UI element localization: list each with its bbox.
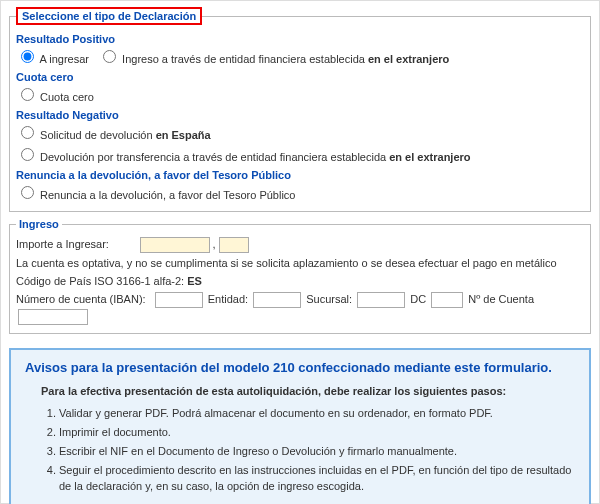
iban-label: Número de cuenta (IBAN): [16, 293, 146, 305]
radio-devolucion-extranjero-label-bold: en el extranjero [389, 151, 470, 163]
hint-row: La cuenta es optativa, y no se cumplimen… [16, 255, 584, 271]
dc-label: DC [410, 293, 426, 305]
radio-ingreso-extranjero-label-bold: en el extranjero [368, 53, 449, 65]
radio-devolucion-espana-label-bold: en España [156, 129, 211, 141]
notice-title: Avisos para la presentación del modelo 2… [25, 360, 575, 375]
notice-subtitle: Para la efectiva presentación de esta au… [41, 385, 575, 397]
notice-step-3: Escribir el NIF en el Documento de Ingre… [59, 443, 575, 459]
sucursal-label: Sucursal: [306, 293, 352, 305]
renuncia-heading: Renuncia a la devolución, a favor del Te… [16, 169, 584, 181]
codigo-pais-row: Código de País ISO 3166-1 alfa-2: ES [16, 273, 584, 289]
importe-dec-input[interactable] [219, 237, 249, 253]
cuota-cero-heading: Cuota cero [16, 71, 584, 83]
iban-row: Número de cuenta (IBAN): Entidad: Sucurs… [16, 291, 584, 325]
entidad-label: Entidad: [208, 293, 248, 305]
dc-input[interactable] [431, 292, 463, 308]
radio-ingreso-extranjero-label-pre: Ingreso a través de entidad financiera e… [122, 53, 368, 65]
form-frame: Seleccione el tipo de Declaración Result… [0, 0, 600, 504]
radio-renuncia[interactable] [21, 186, 34, 199]
radio-cuota-cero-label: Cuota cero [40, 91, 94, 103]
opt-a-ingresar[interactable]: A ingresar [16, 53, 92, 65]
radio-a-ingresar[interactable] [21, 50, 34, 63]
cuenta-input[interactable] [18, 309, 88, 325]
ingreso-legend: Ingreso [16, 218, 62, 230]
opt-devolucion-espana[interactable]: Solicitud de devolución en España [16, 129, 211, 141]
importe-sep: , [213, 238, 216, 250]
radio-a-ingresar-label: A ingresar [39, 53, 89, 65]
radio-devolucion-espana-label-pre: Solicitud de devolución [40, 129, 156, 141]
notice-step-4: Seguir el procedimiento descrito en las … [59, 462, 575, 494]
radio-devolucion-extranjero-label-pre: Devolución por transferencia a través de… [40, 151, 389, 163]
radio-ingreso-extranjero[interactable] [103, 50, 116, 63]
negative-result-heading: Resultado Negativo [16, 109, 584, 121]
codigo-pais-value: ES [187, 275, 202, 287]
declaration-type-group: Seleccione el tipo de Declaración Result… [9, 7, 591, 212]
sucursal-input[interactable] [357, 292, 405, 308]
notice-step-1: Validar y generar PDF. Podrá almacenar e… [59, 405, 575, 421]
entidad-input[interactable] [253, 292, 301, 308]
declaration-legend: Seleccione el tipo de Declaración [16, 7, 202, 25]
opt-devolucion-extranjero[interactable]: Devolución por transferencia a través de… [16, 151, 471, 163]
importe-row: Importe a Ingresar: , [16, 236, 584, 253]
cuenta-label: Nº de Cuenta [468, 293, 534, 305]
notice-box: Avisos para la presentación del modelo 2… [9, 348, 591, 504]
importe-label: Importe a Ingresar: [16, 238, 109, 250]
ingreso-group: Ingreso Importe a Ingresar: , La cuenta … [9, 218, 591, 334]
importe-int-input[interactable] [140, 237, 210, 253]
codigo-pais-label: Código de País ISO 3166-1 alfa-2: [16, 275, 187, 287]
notice-step-2: Imprimir el documento. [59, 424, 575, 440]
radio-renuncia-label: Renuncia a la devolución, a favor del Te… [40, 189, 295, 201]
opt-ingreso-extranjero[interactable]: Ingreso a través de entidad financiera e… [98, 53, 449, 65]
notice-steps: Validar y generar PDF. Podrá almacenar e… [59, 405, 575, 494]
opt-renuncia[interactable]: Renuncia a la devolución, a favor del Te… [16, 189, 295, 201]
radio-devolucion-espana[interactable] [21, 126, 34, 139]
radio-cuota-cero[interactable] [21, 88, 34, 101]
opt-cuota-cero[interactable]: Cuota cero [16, 91, 94, 103]
radio-devolucion-extranjero[interactable] [21, 148, 34, 161]
positive-result-heading: Resultado Positivo [16, 33, 584, 45]
iban-input[interactable] [155, 292, 203, 308]
